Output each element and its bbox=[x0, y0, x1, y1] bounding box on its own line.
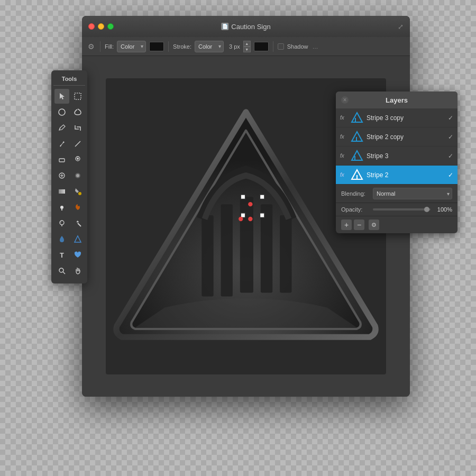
remove-layer-button[interactable]: − bbox=[354, 219, 364, 230]
gradient-tool[interactable] bbox=[54, 184, 69, 199]
stamp-tool[interactable] bbox=[70, 152, 85, 167]
layer-fx-badge: fx bbox=[340, 134, 347, 140]
close-button[interactable] bbox=[88, 23, 95, 30]
layer-visibility[interactable]: ✓ bbox=[448, 152, 453, 160]
svg-point-17 bbox=[77, 158, 79, 160]
svg-rect-1 bbox=[221, 204, 233, 296]
ellipse-tool[interactable] bbox=[54, 105, 69, 120]
svg-point-30 bbox=[59, 268, 63, 272]
layer-fx-badge: fx bbox=[340, 172, 347, 178]
eraser-icon bbox=[58, 155, 66, 164]
title-icon: 📄 bbox=[221, 23, 228, 30]
shadow-label: Shadow bbox=[287, 43, 308, 50]
layer-visibility[interactable]: ✓ bbox=[448, 171, 453, 179]
svg-point-25 bbox=[60, 206, 63, 209]
expand-button[interactable]: ⤢ bbox=[398, 23, 404, 31]
heal-tool[interactable] bbox=[54, 168, 69, 183]
hand-tool[interactable] bbox=[70, 263, 85, 278]
opacity-slider[interactable] bbox=[373, 208, 431, 210]
paint-bucket-tool[interactable] bbox=[70, 184, 85, 199]
stamp-icon bbox=[74, 155, 82, 164]
layer-name: Stripe 3 copy bbox=[367, 114, 448, 122]
svg-point-27 bbox=[60, 221, 64, 225]
layer-item[interactable]: fx Stripe 3 ✓ bbox=[336, 147, 457, 166]
layer-visibility[interactable]: ✓ bbox=[448, 114, 453, 122]
add-layer-button[interactable]: + bbox=[341, 219, 352, 230]
shape-tool[interactable] bbox=[70, 232, 85, 246]
tools-panel: Tools bbox=[51, 70, 87, 283]
stroke-dropdown[interactable]: Color bbox=[195, 41, 224, 52]
layer-thumbnail bbox=[351, 131, 363, 143]
lasso-tool[interactable] bbox=[70, 105, 85, 120]
layer-fx-badge: fx bbox=[340, 115, 347, 121]
stroke-color-swatch[interactable] bbox=[254, 42, 269, 51]
text-tool[interactable]: T bbox=[54, 248, 69, 262]
layer-name: Stripe 2 copy bbox=[367, 133, 448, 141]
toolbar: ⚙ Fill: Color Stroke: Color 3 px ▲ ▼ Sha… bbox=[82, 37, 410, 56]
heal-icon bbox=[58, 171, 66, 180]
cursor-tool[interactable] bbox=[54, 89, 69, 104]
shadow-options[interactable]: … bbox=[313, 43, 318, 50]
blending-dropdown[interactable]: Normal bbox=[373, 188, 452, 199]
burn-tool[interactable] bbox=[70, 200, 85, 215]
crop-tool[interactable] bbox=[70, 121, 85, 135]
svg-rect-4 bbox=[280, 215, 291, 292]
select-icon bbox=[74, 92, 82, 100]
layers-list: fx Stripe 3 copy ✓ fx Stripe 2 copy ✓ bbox=[336, 108, 457, 185]
brush-icon bbox=[58, 140, 66, 148]
opacity-row: Opacity: 100% bbox=[336, 203, 457, 216]
layers-close-button[interactable] bbox=[341, 96, 349, 104]
fill-color-swatch[interactable] bbox=[149, 42, 164, 51]
stroke-label: Stroke: bbox=[173, 43, 191, 50]
svg-point-10 bbox=[248, 217, 252, 221]
blur-tool[interactable] bbox=[70, 168, 85, 183]
shadow-checkbox[interactable] bbox=[278, 43, 284, 50]
select-tool[interactable] bbox=[70, 89, 85, 104]
paint-bucket-icon bbox=[74, 187, 82, 196]
gradient-icon bbox=[58, 187, 66, 196]
burn-icon bbox=[74, 203, 82, 212]
svg-rect-23 bbox=[59, 189, 65, 194]
tools-title: Tools bbox=[53, 75, 85, 86]
layers-title: Layers bbox=[353, 96, 441, 104]
eraser-tool[interactable] bbox=[54, 152, 69, 167]
svg-rect-6 bbox=[260, 195, 264, 199]
heart-icon bbox=[74, 251, 82, 259]
dodge-tool[interactable] bbox=[54, 200, 69, 215]
svg-rect-0 bbox=[202, 215, 213, 296]
brush-tool[interactable] bbox=[54, 136, 69, 151]
cursor-icon bbox=[58, 92, 66, 100]
layer-item[interactable]: fx Stripe 3 copy ✓ bbox=[336, 108, 457, 127]
water-drop-icon bbox=[58, 235, 66, 243]
svg-line-14 bbox=[75, 141, 80, 147]
layer-visibility[interactable]: ✓ bbox=[448, 133, 453, 141]
line-icon bbox=[74, 140, 82, 148]
stroke-stepper[interactable]: ▲ ▼ bbox=[243, 41, 251, 52]
line-tool[interactable] bbox=[70, 136, 85, 151]
layer-settings-button[interactable]: ⚙ bbox=[369, 219, 379, 230]
svg-line-29 bbox=[78, 223, 81, 226]
magic-wand-icon bbox=[74, 219, 82, 227]
zoom-tool[interactable] bbox=[54, 263, 69, 278]
pencil-tool[interactable] bbox=[54, 121, 69, 135]
gear-icon[interactable]: ⚙ bbox=[86, 42, 96, 51]
svg-point-22 bbox=[76, 174, 79, 177]
layer-item[interactable]: fx Stripe 2 copy ✓ bbox=[336, 127, 457, 147]
minimize-button[interactable] bbox=[98, 23, 104, 30]
magic-wand-tool[interactable] bbox=[70, 216, 85, 231]
pencil-icon bbox=[58, 124, 66, 132]
eyedropper-tool[interactable] bbox=[54, 216, 69, 231]
layer-fx-badge: fx bbox=[340, 153, 347, 159]
layer-item-selected[interactable]: fx Stripe 2 ✓ bbox=[336, 166, 457, 185]
zoom-icon bbox=[58, 267, 66, 275]
layer-thumbnail bbox=[351, 169, 363, 181]
layer-thumbnail bbox=[351, 150, 363, 162]
layer-name: Stripe 3 bbox=[367, 152, 448, 160]
fill-dropdown[interactable]: Color bbox=[117, 41, 146, 52]
maximize-button[interactable] bbox=[107, 23, 114, 30]
svg-point-13 bbox=[59, 109, 65, 115]
heart-tool[interactable] bbox=[70, 248, 85, 262]
layer-thumb-icon bbox=[351, 131, 363, 143]
title-bar: 📄 Caution Sign ⤢ bbox=[82, 16, 410, 37]
water-drop-tool[interactable] bbox=[54, 232, 69, 246]
